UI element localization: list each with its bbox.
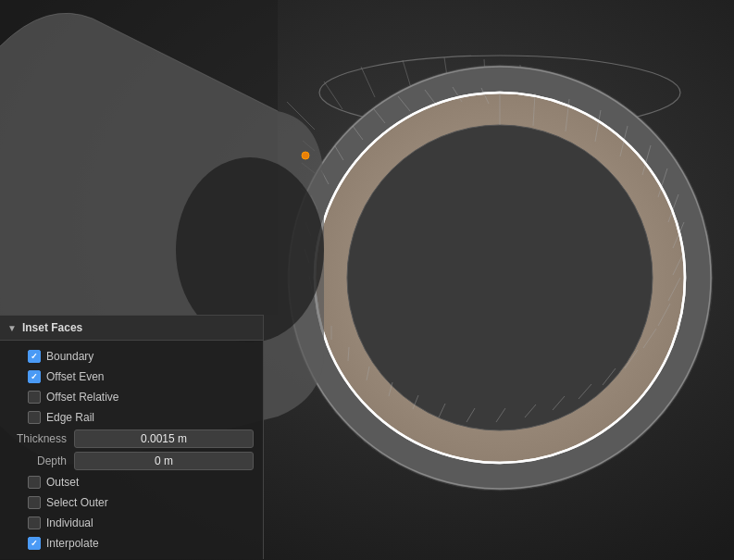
thickness-row: Thickness <box>4 428 259 450</box>
thickness-label: Thickness <box>9 432 74 445</box>
depth-label: Depth <box>9 454 74 467</box>
edge-rail-label: Edge Rail <box>46 411 94 424</box>
select-outer-row: Select Outer <box>4 492 259 513</box>
select-outer-checkbox-wrapper[interactable]: Select Outer <box>28 496 108 509</box>
interpolate-label: Interpolate <box>46 537 99 550</box>
boundary-checkbox[interactable] <box>28 350 41 363</box>
interpolate-checkbox-wrapper[interactable]: Interpolate <box>28 537 99 550</box>
offset-relative-checkbox-wrapper[interactable]: Offset Relative <box>28 391 118 404</box>
panel-header[interactable]: ▼ Inset Faces <box>0 316 263 341</box>
boundary-row: Boundary <box>4 346 259 367</box>
thickness-input[interactable] <box>74 429 254 448</box>
depth-input[interactable] <box>74 452 254 470</box>
individual-checkbox[interactable] <box>28 516 41 529</box>
select-outer-checkbox[interactable] <box>28 496 41 509</box>
svg-point-49 <box>302 152 309 159</box>
edge-rail-row: Edge Rail <box>4 407 259 428</box>
boundary-label: Boundary <box>46 350 93 363</box>
inset-faces-panel: ▼ Inset Faces Boundary Offset Even Offse <box>0 315 264 559</box>
offset-relative-label: Offset Relative <box>46 391 118 404</box>
offset-even-checkbox[interactable] <box>28 370 41 383</box>
svg-point-7 <box>347 125 653 430</box>
select-outer-label: Select Outer <box>46 496 108 509</box>
boundary-checkbox-wrapper[interactable]: Boundary <box>28 350 93 363</box>
interpolate-checkbox[interactable] <box>28 537 41 550</box>
edge-rail-checkbox[interactable] <box>28 411 41 424</box>
panel-body: Boundary Offset Even Offset Relative E <box>0 341 263 559</box>
depth-row: Depth <box>4 450 259 472</box>
offset-even-label: Offset Even <box>46 370 104 383</box>
outset-checkbox-wrapper[interactable]: Outset <box>28 476 79 489</box>
offset-relative-row: Offset Relative <box>4 387 259 407</box>
offset-even-checkbox-wrapper[interactable]: Offset Even <box>28 370 104 383</box>
offset-relative-checkbox[interactable] <box>28 391 41 404</box>
interpolate-row: Interpolate <box>4 533 259 554</box>
individual-label: Individual <box>46 516 93 529</box>
outset-checkbox[interactable] <box>28 476 41 489</box>
edge-rail-checkbox-wrapper[interactable]: Edge Rail <box>28 411 94 424</box>
offset-even-row: Offset Even <box>4 367 259 387</box>
panel-collapse-arrow: ▼ <box>7 323 17 333</box>
outset-row: Outset <box>4 472 259 492</box>
outset-label: Outset <box>46 476 79 489</box>
individual-row: Individual <box>4 513 259 533</box>
panel-title: Inset Faces <box>22 321 82 334</box>
individual-checkbox-wrapper[interactable]: Individual <box>28 516 93 529</box>
